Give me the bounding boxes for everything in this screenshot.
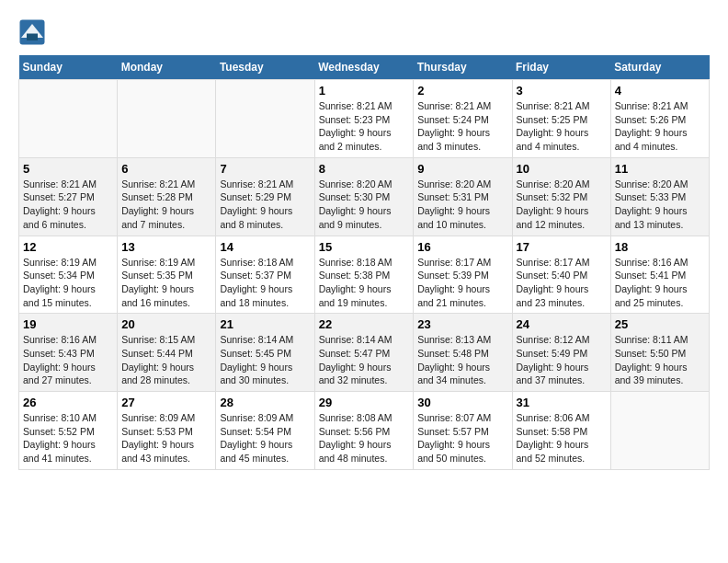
- day-number: 6: [121, 162, 211, 176]
- page-header: [18, 18, 710, 46]
- day-number: 1: [319, 84, 410, 98]
- calendar-cell: [216, 80, 314, 158]
- calendar-cell: 4Sunrise: 8:21 AM Sunset: 5:26 PM Daylig…: [610, 80, 709, 158]
- day-detail: Sunrise: 8:14 AM Sunset: 5:47 PM Dayligh…: [319, 333, 410, 387]
- day-number: 27: [121, 396, 211, 409]
- calendar-cell: 11Sunrise: 8:20 AM Sunset: 5:33 PM Dayli…: [610, 157, 709, 236]
- day-number: 21: [220, 317, 310, 331]
- day-detail: Sunrise: 8:20 AM Sunset: 5:33 PM Dayligh…: [615, 178, 705, 232]
- calendar-cell: 19Sunrise: 8:16 AM Sunset: 5:43 PM Dayli…: [19, 314, 118, 392]
- calendar-cell: 7Sunrise: 8:21 AM Sunset: 5:29 PM Daylig…: [216, 157, 314, 236]
- day-number: 28: [220, 396, 310, 409]
- day-detail: Sunrise: 8:19 AM Sunset: 5:34 PM Dayligh…: [23, 256, 113, 310]
- day-detail: Sunrise: 8:16 AM Sunset: 5:41 PM Dayligh…: [615, 256, 705, 310]
- day-detail: Sunrise: 8:20 AM Sunset: 5:31 PM Dayligh…: [417, 178, 507, 232]
- day-number: 25: [615, 317, 705, 331]
- day-number: 12: [23, 240, 113, 254]
- calendar-week-row: 5Sunrise: 8:21 AM Sunset: 5:27 PM Daylig…: [19, 157, 710, 236]
- day-detail: Sunrise: 8:06 AM Sunset: 5:58 PM Dayligh…: [517, 411, 607, 465]
- day-detail: Sunrise: 8:08 AM Sunset: 5:56 PM Dayligh…: [319, 411, 410, 465]
- day-number: 26: [23, 396, 113, 409]
- day-detail: Sunrise: 8:21 AM Sunset: 5:27 PM Dayligh…: [23, 178, 113, 232]
- weekday-header: Monday: [118, 55, 216, 80]
- logo-icon: [18, 18, 46, 46]
- day-detail: Sunrise: 8:21 AM Sunset: 5:25 PM Dayligh…: [517, 99, 607, 154]
- calendar-cell: 8Sunrise: 8:20 AM Sunset: 5:30 PM Daylig…: [314, 157, 414, 236]
- day-number: 22: [319, 317, 410, 331]
- day-number: 9: [417, 162, 507, 176]
- weekday-row: SundayMondayTuesdayWednesdayThursdayFrid…: [19, 55, 710, 80]
- calendar-week-row: 19Sunrise: 8:16 AM Sunset: 5:43 PM Dayli…: [19, 314, 710, 392]
- day-number: 14: [220, 240, 310, 254]
- day-detail: Sunrise: 8:21 AM Sunset: 5:26 PM Dayligh…: [615, 99, 705, 154]
- day-number: 2: [417, 84, 507, 98]
- day-detail: Sunrise: 8:15 AM Sunset: 5:44 PM Dayligh…: [121, 333, 211, 387]
- calendar-cell: 15Sunrise: 8:18 AM Sunset: 5:38 PM Dayli…: [314, 236, 414, 314]
- calendar-cell: 30Sunrise: 8:07 AM Sunset: 5:57 PM Dayli…: [414, 392, 512, 470]
- calendar-cell: 13Sunrise: 8:19 AM Sunset: 5:35 PM Dayli…: [118, 236, 216, 314]
- day-detail: Sunrise: 8:18 AM Sunset: 5:38 PM Dayligh…: [319, 256, 410, 310]
- calendar-cell: 12Sunrise: 8:19 AM Sunset: 5:34 PM Dayli…: [19, 236, 118, 314]
- calendar-cell: 17Sunrise: 8:17 AM Sunset: 5:40 PM Dayli…: [512, 236, 610, 314]
- calendar-week-row: 26Sunrise: 8:10 AM Sunset: 5:52 PM Dayli…: [19, 392, 710, 470]
- day-detail: Sunrise: 8:19 AM Sunset: 5:35 PM Dayligh…: [121, 256, 211, 310]
- calendar-cell: 28Sunrise: 8:09 AM Sunset: 5:54 PM Dayli…: [216, 392, 314, 470]
- day-detail: Sunrise: 8:11 AM Sunset: 5:50 PM Dayligh…: [615, 333, 705, 387]
- day-detail: Sunrise: 8:17 AM Sunset: 5:39 PM Dayligh…: [417, 256, 507, 310]
- day-detail: Sunrise: 8:21 AM Sunset: 5:23 PM Dayligh…: [319, 99, 410, 154]
- day-detail: Sunrise: 8:20 AM Sunset: 5:32 PM Dayligh…: [517, 178, 607, 232]
- weekday-header: Friday: [512, 55, 610, 80]
- calendar-cell: 1Sunrise: 8:21 AM Sunset: 5:23 PM Daylig…: [314, 80, 414, 158]
- day-detail: Sunrise: 8:13 AM Sunset: 5:48 PM Dayligh…: [417, 333, 507, 387]
- calendar-cell: 26Sunrise: 8:10 AM Sunset: 5:52 PM Dayli…: [19, 392, 118, 470]
- day-number: 24: [517, 317, 607, 331]
- day-detail: Sunrise: 8:09 AM Sunset: 5:54 PM Dayligh…: [220, 411, 310, 465]
- calendar-cell: 27Sunrise: 8:09 AM Sunset: 5:53 PM Dayli…: [118, 392, 216, 470]
- day-number: 29: [319, 396, 410, 409]
- day-number: 11: [615, 162, 705, 176]
- day-number: 17: [517, 240, 607, 254]
- calendar-cell: 9Sunrise: 8:20 AM Sunset: 5:31 PM Daylig…: [414, 157, 512, 236]
- day-number: 13: [121, 240, 211, 254]
- day-detail: Sunrise: 8:21 AM Sunset: 5:24 PM Dayligh…: [417, 99, 507, 154]
- day-number: 5: [23, 162, 113, 176]
- weekday-header: Thursday: [414, 55, 512, 80]
- day-detail: Sunrise: 8:18 AM Sunset: 5:37 PM Dayligh…: [220, 256, 310, 310]
- day-number: 10: [517, 162, 607, 176]
- calendar-cell: 6Sunrise: 8:21 AM Sunset: 5:28 PM Daylig…: [118, 157, 216, 236]
- calendar-cell: 18Sunrise: 8:16 AM Sunset: 5:41 PM Dayli…: [610, 236, 709, 314]
- logo: [18, 18, 50, 46]
- calendar-header: SundayMondayTuesdayWednesdayThursdayFrid…: [19, 55, 710, 80]
- calendar-cell: 31Sunrise: 8:06 AM Sunset: 5:58 PM Dayli…: [512, 392, 610, 470]
- day-number: 19: [23, 317, 113, 331]
- calendar-cell: 5Sunrise: 8:21 AM Sunset: 5:27 PM Daylig…: [19, 157, 118, 236]
- day-number: 15: [319, 240, 410, 254]
- day-number: 23: [417, 317, 507, 331]
- day-detail: Sunrise: 8:21 AM Sunset: 5:28 PM Dayligh…: [121, 178, 211, 232]
- calendar-table: SundayMondayTuesdayWednesdayThursdayFrid…: [18, 55, 710, 470]
- day-number: 18: [615, 240, 705, 254]
- day-detail: Sunrise: 8:10 AM Sunset: 5:52 PM Dayligh…: [23, 411, 113, 465]
- calendar-cell: 10Sunrise: 8:20 AM Sunset: 5:32 PM Dayli…: [512, 157, 610, 236]
- calendar-week-row: 1Sunrise: 8:21 AM Sunset: 5:23 PM Daylig…: [19, 80, 710, 158]
- calendar-week-row: 12Sunrise: 8:19 AM Sunset: 5:34 PM Dayli…: [19, 236, 710, 314]
- day-number: 8: [319, 162, 410, 176]
- weekday-header: Tuesday: [216, 55, 314, 80]
- day-detail: Sunrise: 8:14 AM Sunset: 5:45 PM Dayligh…: [220, 333, 310, 387]
- day-number: 7: [220, 162, 310, 176]
- calendar-cell: [610, 392, 709, 470]
- day-detail: Sunrise: 8:16 AM Sunset: 5:43 PM Dayligh…: [23, 333, 113, 387]
- day-detail: Sunrise: 8:17 AM Sunset: 5:40 PM Dayligh…: [517, 256, 607, 310]
- calendar-cell: 20Sunrise: 8:15 AM Sunset: 5:44 PM Dayli…: [118, 314, 216, 392]
- day-number: 20: [121, 317, 211, 331]
- calendar-cell: 29Sunrise: 8:08 AM Sunset: 5:56 PM Dayli…: [314, 392, 414, 470]
- day-detail: Sunrise: 8:20 AM Sunset: 5:30 PM Dayligh…: [319, 178, 410, 232]
- day-number: 3: [517, 84, 607, 98]
- day-detail: Sunrise: 8:09 AM Sunset: 5:53 PM Dayligh…: [121, 411, 211, 465]
- calendar-cell: 2Sunrise: 8:21 AM Sunset: 5:24 PM Daylig…: [414, 80, 512, 158]
- calendar-cell: [118, 80, 216, 158]
- day-detail: Sunrise: 8:21 AM Sunset: 5:29 PM Dayligh…: [220, 178, 310, 232]
- calendar-cell: 16Sunrise: 8:17 AM Sunset: 5:39 PM Dayli…: [414, 236, 512, 314]
- day-detail: Sunrise: 8:12 AM Sunset: 5:49 PM Dayligh…: [517, 333, 607, 387]
- calendar-cell: 3Sunrise: 8:21 AM Sunset: 5:25 PM Daylig…: [512, 80, 610, 158]
